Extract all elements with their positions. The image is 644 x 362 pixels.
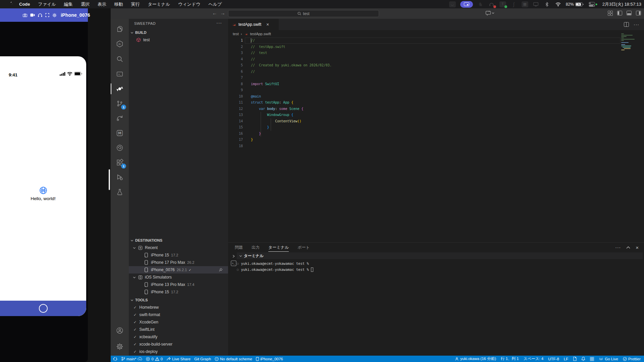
tool-xcodegen[interactable]: ✓XcodeGen xyxy=(129,318,228,326)
code-line[interactable]: 8import SwiftUI xyxy=(228,81,644,87)
toggle-panel-icon[interactable] xyxy=(627,11,632,15)
go-live-status[interactable]: Go Live xyxy=(599,357,618,361)
menu-item-file[interactable]: ファイル xyxy=(38,1,56,7)
code-lines[interactable]: 1//2// testApp.swift3// test4//5// Creat… xyxy=(228,38,644,149)
cursor-position-status[interactable]: 行 1、列 1 xyxy=(501,356,519,361)
tool-swift-format[interactable]: ✓swift-format xyxy=(129,311,228,318)
code-line[interactable]: 5// Created by yuki.okawa on 2026/02/03. xyxy=(228,62,644,69)
pin-icon[interactable] xyxy=(218,268,223,272)
build-section-header[interactable]: BUILD xyxy=(130,29,147,36)
destination-iphone17promax[interactable]: iPhone 17 Pro Max 26.2 xyxy=(129,259,228,266)
customize-layout-icon[interactable] xyxy=(608,11,613,16)
code-line[interactable]: 9 xyxy=(228,87,644,94)
terminal-line[interactable]: ○yuki.okawa@ecmt-yokawamac test % xyxy=(237,260,313,266)
code-line[interactable]: 1// xyxy=(228,38,644,44)
redo-arrow-icon[interactable] xyxy=(111,112,129,125)
scheme-status[interactable]: ? No default scheme xyxy=(215,357,252,361)
remote-indicator[interactable] xyxy=(113,357,117,361)
hexagon-extension-icon[interactable]: 4c xyxy=(111,37,129,51)
breadcrumb-file[interactable]: testApp.swift xyxy=(250,32,271,36)
panel-more-actions[interactable]: ··· xyxy=(615,245,621,250)
knight-app-icon[interactable]: ♞ xyxy=(477,1,484,7)
grid-app-icon[interactable]: ▦ xyxy=(522,1,528,7)
audio-device-icon[interactable] xyxy=(488,1,495,7)
encoding-status[interactable]: UTF-8 xyxy=(548,357,559,361)
apple-menu-icon[interactable] xyxy=(8,2,12,7)
bluetooth-icon[interactable] xyxy=(544,1,550,7)
menu-item-code[interactable]: Code xyxy=(19,2,30,7)
destination-iphone15-recent[interactable]: iPhone 15 17.2 xyxy=(129,251,228,259)
minimap[interactable] xyxy=(621,33,642,53)
terminal-line[interactable]: ○yuki.okawa@ecmt-yokawamac test % xyxy=(237,266,313,273)
toggle-secondary-sidebar-icon[interactable] xyxy=(636,11,641,15)
destination-iphone13promax[interactable]: iPhone 13 Pro Max 17.4 xyxy=(129,281,228,288)
code-line[interactable]: 15 } xyxy=(228,124,644,131)
extensions-icon[interactable]: 1 xyxy=(111,156,129,169)
control-center-icon[interactable] xyxy=(588,1,598,7)
code-line[interactable]: 10@main xyxy=(228,94,644,100)
code-line[interactable]: 4// xyxy=(228,56,644,63)
simulator-titlebar[interactable]: iPhone_0076 xyxy=(0,8,88,22)
panel-tab-output[interactable]: 出力 xyxy=(252,245,260,250)
code-line[interactable]: 7 xyxy=(228,75,644,81)
bell-icon[interactable] xyxy=(581,357,585,361)
sidebar-more-actions[interactable]: ··· xyxy=(216,20,222,25)
maximize-panel-icon[interactable] xyxy=(626,246,630,249)
toggle-sidebar-icon[interactable] xyxy=(617,11,622,15)
swirl-extension-icon[interactable] xyxy=(111,141,129,155)
terminal-output[interactable]: ○yuki.okawa@ecmt-yokawamac test %○yuki.o… xyxy=(237,260,313,273)
destination-iphone0076-selected[interactable]: iPhone_0076 26.2.1 ✓ xyxy=(129,266,228,274)
breadcrumb[interactable]: test › testApp.swift xyxy=(228,30,644,38)
tool-swiftlint[interactable]: ✓SwiftLint xyxy=(129,326,228,333)
code-line[interactable]: 13 WindowGroup { xyxy=(228,112,644,118)
build-item-test[interactable]: test xyxy=(129,36,228,44)
code-line[interactable]: 17} xyxy=(228,137,644,143)
display-icon[interactable] xyxy=(533,1,539,7)
menu-item-window[interactable]: ウィンドウ xyxy=(178,1,201,7)
screen-sharing-indicator[interactable] xyxy=(460,1,473,8)
tools-section-header[interactable]: TOOLS xyxy=(130,296,148,304)
run-debug-icon[interactable] xyxy=(111,171,129,184)
nav-back-icon[interactable]: ← xyxy=(211,10,218,16)
git-graph-status[interactable]: Git Graph xyxy=(194,357,211,361)
tool-ios-deploy[interactable]: ✓ios-deploy xyxy=(129,348,228,355)
source-control-icon[interactable]: 1 xyxy=(111,97,129,110)
split-editor-icon[interactable] xyxy=(624,22,629,27)
m-extension-icon[interactable]: M xyxy=(111,126,129,140)
destinations-section-header[interactable]: DESTINATIONS xyxy=(130,237,162,244)
battery-indicator[interactable]: 82% xyxy=(566,2,584,7)
destination-iphone15-sim[interactable]: iPhone 15 17.2 xyxy=(129,288,228,296)
wifi-icon[interactable] xyxy=(555,1,561,7)
eol-status[interactable]: LF xyxy=(564,357,568,361)
sweetpad-view-icon[interactable] xyxy=(111,82,129,96)
testing-flask-icon[interactable] xyxy=(111,185,129,199)
accounts-icon[interactable] xyxy=(111,324,129,337)
menu-item-selection[interactable]: 選択 xyxy=(81,1,90,7)
tab-testapp-swift[interactable]: testApp.swift × xyxy=(228,19,279,30)
device-status[interactable]: iPhone_0076 xyxy=(256,357,283,361)
recent-group[interactable]: ✲ Recent xyxy=(129,244,228,251)
chevron-right-icon[interactable] xyxy=(232,255,235,258)
breadcrumb-folder[interactable]: test xyxy=(233,32,239,36)
code-line[interactable]: 12 var body: some Scene { xyxy=(228,106,644,112)
prettier-status[interactable]: Prettier xyxy=(623,357,641,361)
explorer-icon[interactable] xyxy=(111,22,129,36)
close-panel-icon[interactable]: × xyxy=(636,245,639,250)
tool-homebrew[interactable]: ✓Homebrew xyxy=(129,304,228,311)
menu-item-terminal[interactable]: ターミナル xyxy=(148,1,170,7)
menu-item-help[interactable]: ヘルプ xyxy=(208,1,222,7)
script-app-icon[interactable]: ∫ xyxy=(511,1,517,7)
settings-gear-icon[interactable] xyxy=(111,340,129,353)
copilot-chat-button[interactable] xyxy=(486,11,494,15)
panel-tab-problems[interactable]: 問題 xyxy=(235,245,243,250)
layout-grid-icon[interactable] xyxy=(590,357,594,361)
ios-simulators-group[interactable]: iOS Simulators xyxy=(129,274,228,281)
code-line[interactable]: 6// xyxy=(228,69,644,75)
menu-item-run[interactable]: 実行 xyxy=(131,1,140,7)
input-source-icon[interactable]: ◡ xyxy=(449,1,456,7)
code-line[interactable]: 2// testApp.swift xyxy=(228,44,644,50)
panel-tab-ports[interactable]: ポート xyxy=(298,245,310,250)
code-line[interactable]: 16 } xyxy=(228,131,644,137)
tab-close-icon[interactable]: × xyxy=(266,22,269,27)
remote-explorer-icon[interactable]: >_ xyxy=(111,67,129,81)
